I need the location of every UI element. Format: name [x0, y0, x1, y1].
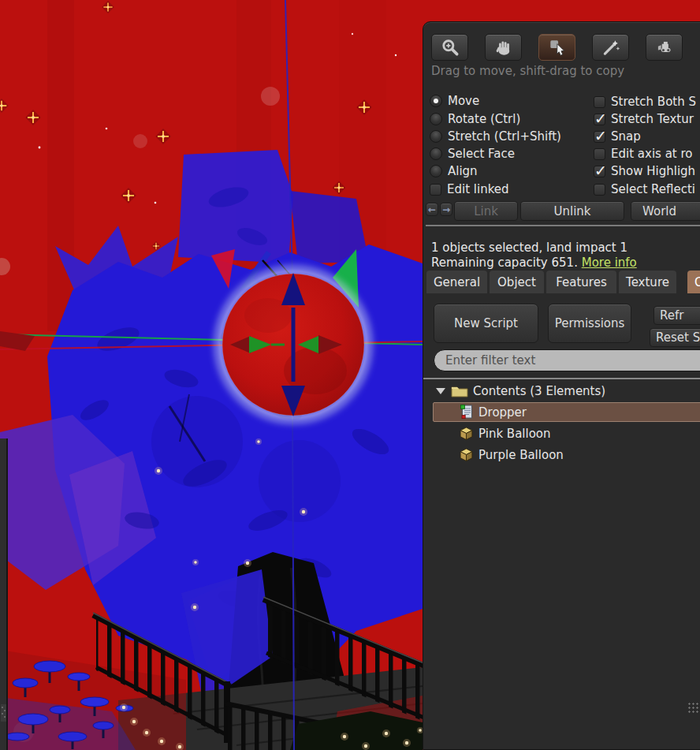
bulldozer-icon [654, 37, 675, 58]
checkbox-box[interactable] [594, 166, 605, 177]
checkbox-box[interactable] [430, 184, 441, 196]
object-cube-icon [460, 427, 473, 441]
selection-status: 1 objects selected, land impact 1 Remain… [431, 241, 637, 271]
prev-part-button[interactable]: ← [426, 203, 438, 216]
tree-item-label: Purple Balloon [478, 448, 564, 462]
radio-stretch[interactable]: Stretch (Ctrl+Shift) [430, 129, 561, 144]
select-arrow-icon [547, 37, 568, 58]
magnifier-icon [440, 37, 460, 58]
tab-bar: General Object Features Texture C [426, 271, 700, 293]
tab-features[interactable]: Features [546, 271, 616, 293]
checkbox-snap[interactable]: Snap [594, 129, 641, 144]
permissions-button[interactable]: Permissions [548, 304, 631, 343]
left-arrow-icon: ← [428, 204, 436, 215]
coordinate-frame-dropdown[interactable]: World [631, 201, 700, 221]
folder-icon [451, 385, 468, 397]
refresh-button[interactable]: Refr [653, 306, 700, 325]
checkbox-show-highlight[interactable]: Show Highligh [594, 164, 695, 178]
separator-line [426, 225, 700, 226]
tab-contents[interactable]: C [687, 271, 700, 293]
tree-item-dropper[interactable]: Dropper [433, 402, 700, 422]
tool-hint-text: Drag to move, shift-drag to copy [431, 64, 624, 78]
viewer-screen: { "scene": { "colors": { "sky": "#bb100e… [0, 0, 700, 750]
radio-dot[interactable] [430, 95, 442, 107]
checkbox-box[interactable] [594, 184, 605, 196]
edit-tool-button[interactable] [538, 34, 575, 61]
radio-dot[interactable] [430, 130, 442, 143]
radio-select-face[interactable]: Select Face [430, 147, 515, 161]
tree-item-label: Dropper [478, 405, 527, 420]
more-info-link[interactable]: More info [582, 256, 637, 270]
zoom-tool-button[interactable] [431, 34, 468, 61]
status-line-2: Remaining capacity 651. More info [431, 256, 637, 271]
tab-texture[interactable]: Texture [619, 271, 676, 293]
contents-root-label: Contents (3 Elements) [473, 384, 605, 398]
tab-object[interactable]: Object [490, 271, 544, 293]
radio-move[interactable]: Move [430, 94, 479, 108]
unlink-button[interactable]: Unlink [520, 201, 624, 221]
radio-align[interactable]: Align [430, 164, 478, 178]
tab-general[interactable]: General [426, 271, 487, 293]
tool-buttons [431, 34, 683, 61]
radio-rotate[interactable]: Rotate (Ctrl) [430, 112, 520, 126]
tree-item-label: Pink Balloon [478, 427, 551, 441]
checkbox-select-reflection[interactable]: Select Reflecti [594, 182, 695, 196]
checkbox-stretch-both[interactable]: Stretch Both S [594, 95, 696, 109]
inventory-filter-input[interactable] [434, 349, 700, 371]
right-arrow-icon: → [442, 204, 450, 215]
grab-tool-button[interactable] [485, 34, 522, 61]
reset-scripts-button[interactable]: Reset S [650, 328, 700, 347]
tree-item-pink-balloon[interactable]: Pink Balloon [423, 424, 700, 444]
left-window-edge [0, 438, 7, 750]
checkbox-box[interactable] [594, 131, 605, 143]
script-icon [460, 405, 473, 420]
checkbox-edit-linked[interactable]: Edit linked [430, 182, 509, 196]
checkbox-box[interactable] [594, 96, 605, 108]
radio-dot[interactable] [430, 113, 442, 125]
new-script-button[interactable]: New Script [434, 304, 538, 343]
contents-root-row[interactable]: Contents (3 Elements) [423, 381, 700, 401]
checkbox-edit-axis-root[interactable]: Edit axis at ro [594, 147, 693, 161]
hand-icon [493, 37, 514, 58]
object-cube-icon [460, 448, 473, 462]
create-tool-button[interactable] [592, 34, 629, 61]
land-tool-button[interactable] [646, 34, 683, 61]
build-tools-floater: Drag to move, shift-drag to copy Move Ro… [423, 21, 700, 750]
link-button[interactable]: Link [454, 201, 518, 221]
window-resize-grip[interactable] [687, 702, 700, 715]
radio-dot[interactable] [430, 147, 442, 160]
checkbox-box[interactable] [594, 148, 605, 160]
checkbox-box[interactable] [594, 114, 605, 125]
status-line-1: 1 objects selected, land impact 1 [431, 241, 637, 256]
checkbox-stretch-textures[interactable]: Stretch Textur [594, 112, 694, 126]
expander-triangle-icon[interactable] [436, 388, 445, 394]
tree-item-purple-balloon[interactable]: Purple Balloon [423, 445, 700, 465]
radio-dot[interactable] [430, 165, 442, 177]
next-part-button[interactable]: → [440, 203, 452, 216]
contents-list-border [423, 378, 700, 379]
magic-wand-icon [601, 37, 621, 58]
